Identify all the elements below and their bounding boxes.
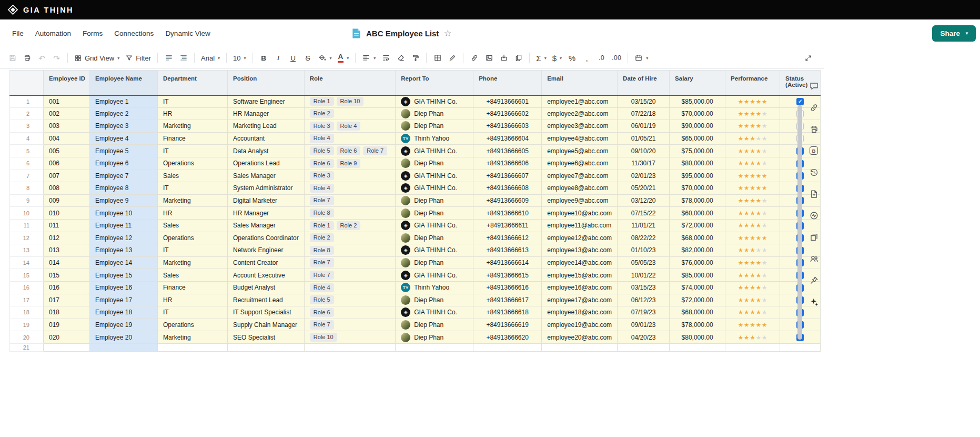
cell-salary[interactable]: $72,000.00 (670, 294, 725, 306)
increase-decimal-button[interactable]: .00 (609, 51, 624, 65)
cell-employee-name[interactable]: Employee 9 (90, 194, 158, 207)
cell-department[interactable]: IT (158, 182, 228, 195)
cell-employee-id[interactable]: 006 (44, 157, 90, 170)
cell-roles[interactable]: Role 4 (304, 132, 395, 145)
cell-report-to[interactable]: ◈GIA THINH Co. (396, 95, 473, 108)
star-icon[interactable]: ★ (755, 284, 761, 291)
cell-phone[interactable]: +84913666604 (473, 132, 542, 145)
cell-roles[interactable]: Role 4 (304, 281, 395, 294)
cell-report-to[interactable]: Diep Phan (396, 232, 473, 244)
cell-salary[interactable]: $78,000.00 (670, 319, 725, 331)
cell-date-of-hire[interactable]: 07/19/23 (618, 306, 670, 319)
cell-phone[interactable]: +84913666619 (473, 319, 542, 331)
cell-email[interactable]: employee7@abc.com (542, 170, 618, 182)
cell-performance[interactable]: ★★★★★ (725, 331, 780, 344)
currency-format-button[interactable]: $ ▾ (550, 51, 564, 65)
role-chip[interactable]: Role 7 (310, 258, 334, 267)
cell-date-of-hire[interactable]: 04/20/23 (618, 331, 670, 344)
cell-email[interactable]: employee18@abc.com (542, 306, 618, 319)
cell-date-of-hire[interactable]: 01/10/23 (618, 244, 670, 257)
cell-email[interactable]: employee20@abc.com (542, 331, 618, 344)
star-icon[interactable]: ★ (762, 334, 767, 341)
cell-roles[interactable]: Role 6 (304, 306, 395, 319)
role-chip[interactable]: Role 2 (310, 109, 334, 118)
cell-employee-name[interactable]: Employee 3 (90, 120, 158, 133)
star-icon[interactable]: ★ (744, 160, 750, 166)
cell-roles[interactable]: Role 3 (304, 170, 395, 182)
cell-report-to[interactable]: Diep Phan (396, 256, 473, 269)
cell-employee-name[interactable]: Employee 13 (90, 244, 158, 257)
cell-employee-id[interactable]: 013 (44, 244, 90, 257)
cell-phone[interactable]: +84913666610 (473, 207, 542, 220)
role-chip[interactable]: Role 7 (310, 271, 334, 280)
text-color-button[interactable]: A ▾ (335, 51, 352, 65)
star-icon[interactable]: ★ (737, 334, 743, 341)
empty-cell[interactable] (90, 343, 158, 351)
cell-department[interactable]: HR (158, 207, 228, 220)
cell-email[interactable]: employee17@abc.com (542, 294, 618, 306)
empty-cell[interactable] (396, 343, 473, 351)
star-icon[interactable]: ★ (737, 123, 743, 129)
star-icon[interactable]: ★ (737, 247, 743, 253)
cell-employee-name[interactable]: Employee 16 (90, 281, 158, 294)
role-chip[interactable]: Role 2 (310, 233, 334, 242)
star-icon[interactable]: ★ (755, 173, 761, 179)
cell-phone[interactable]: +84913666611 (473, 219, 542, 232)
star-icon[interactable]: ★ (762, 222, 767, 229)
column-header-department[interactable]: Department (158, 71, 228, 95)
cell-report-to[interactable]: ◈GIA THINH Co. (396, 145, 473, 157)
cell-employee-name[interactable]: Employee 8 (90, 182, 158, 195)
save-button[interactable] (5, 51, 19, 65)
role-chip[interactable]: Role 1 (310, 97, 334, 106)
menu-connections[interactable]: Connections (108, 26, 159, 41)
row-number[interactable]: 7 (10, 170, 44, 182)
star-icon[interactable]: ★ (750, 135, 755, 142)
cell-employee-name[interactable]: Employee 5 (90, 145, 158, 157)
cell-position[interactable]: Sales Manager (228, 170, 305, 182)
star-icon[interactable]: ★ (762, 297, 767, 303)
column-header-date-of-hire[interactable]: Date of Hire (618, 71, 670, 95)
decrease-decimal-button[interactable]: .0 (594, 51, 609, 65)
cell-email[interactable]: employee19@abc.com (542, 319, 618, 331)
star-icon[interactable]: ★ (762, 309, 767, 315)
cell-salary[interactable]: $75,000.00 (670, 145, 725, 157)
star-icon[interactable]: ★ (750, 247, 755, 253)
star-icon[interactable]: ★ (762, 135, 767, 142)
star-icon[interactable]: ★ (744, 235, 750, 241)
star-icon[interactable]: ★ (762, 284, 767, 291)
role-chip[interactable]: Role 8 (310, 208, 334, 217)
cell-salary[interactable]: $70,000.00 (670, 107, 725, 120)
cell-phone[interactable]: +84913666613 (473, 244, 542, 257)
cell-report-to[interactable]: ◈GIA THINH Co. (396, 219, 473, 232)
cell-report-to[interactable]: Diep Phan (396, 120, 473, 133)
cell-position[interactable]: IT Support Specialist (228, 306, 305, 319)
cell-salary[interactable]: $85,000.00 (670, 269, 725, 282)
cell-department[interactable]: Sales (158, 219, 228, 232)
version-history-button[interactable] (805, 165, 823, 180)
bold-button[interactable]: B (257, 51, 271, 65)
star-icon[interactable]: ★ (762, 98, 767, 105)
cell-report-to[interactable]: Diep Phan (396, 319, 473, 331)
star-icon[interactable]: ★ (762, 210, 767, 216)
cell-roles[interactable]: Role 5 (304, 294, 395, 306)
cell-employee-id[interactable]: 003 (44, 120, 90, 133)
empty-cell[interactable] (542, 343, 618, 351)
cell-report-to[interactable]: ◈GIA THINH Co. (396, 244, 473, 257)
cell-salary[interactable]: $65,000.00 (670, 132, 725, 145)
cell-email[interactable]: employee10@abc.com (542, 207, 618, 220)
role-chip[interactable]: Role 7 (310, 196, 334, 205)
star-icon[interactable]: ★ (744, 272, 750, 279)
cell-position[interactable]: Accountant (228, 132, 305, 145)
font-family-select[interactable]: Arial ▾ (198, 51, 223, 65)
cell-salary[interactable]: $82,000.00 (670, 244, 725, 257)
star-icon[interactable]: ★ (744, 98, 750, 105)
star-icon[interactable]: ★ (737, 111, 743, 117)
cell-employee-id[interactable]: 012 (44, 232, 90, 244)
cell-employee-name[interactable]: Employee 14 (90, 256, 158, 269)
star-icon[interactable]: ★ (737, 222, 743, 229)
cell-position[interactable]: Software Engineer (228, 95, 305, 108)
cell-performance[interactable]: ★★★★★ (725, 269, 780, 282)
column-header-position[interactable]: Position (228, 71, 305, 95)
role-chip[interactable]: Role 2 (337, 221, 361, 230)
cell-salary[interactable]: $72,000.00 (670, 219, 725, 232)
